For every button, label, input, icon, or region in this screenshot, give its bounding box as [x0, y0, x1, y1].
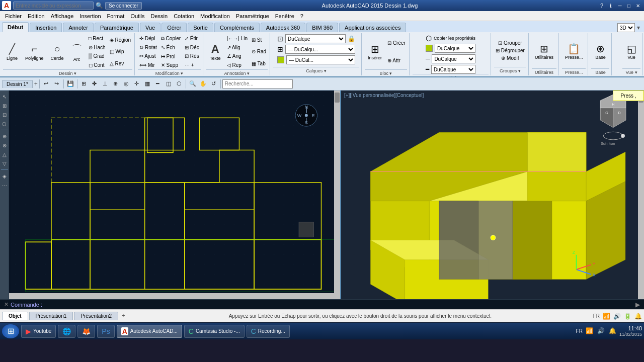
tool-prolonger[interactable]: ↦ Prol	[159, 53, 182, 60]
menu-fichier[interactable]: Fichier	[2, 11, 25, 21]
calques-lock-icon[interactable]: 🔒	[348, 35, 355, 42]
network-sys-icon[interactable]: 📶	[585, 326, 594, 335]
ribbon-prop-label[interactable]: Propriétés ▾	[413, 74, 489, 77]
orbit-icon[interactable]: ↺	[209, 79, 219, 89]
tab-debut[interactable]: Début	[2, 22, 29, 32]
taskbar-firefox[interactable]: 🦊	[77, 325, 95, 338]
tool-rotation[interactable]: ↻ Rotat	[138, 44, 158, 51]
tool-cercle[interactable]: ○ Cercle	[48, 35, 67, 69]
tool-tableau[interactable]: ▦ Tab	[250, 60, 268, 67]
app-icon[interactable]: A	[2, 1, 11, 10]
ortho-icon[interactable]: ⊥	[100, 79, 110, 89]
tool-style-cote[interactable]: ⊞ St	[250, 37, 268, 43]
help-icon[interactable]: ?	[598, 2, 606, 9]
left-tool-3[interactable]: ⬡	[1, 120, 9, 128]
tool-utilitaires[interactable]: ⊞ Utilitaires	[532, 34, 556, 68]
tool-ajuster[interactable]: ✂ Ajust	[138, 53, 158, 59]
viewport-2d[interactable]: N S E W	[9, 90, 341, 299]
tab-vue[interactable]: Vue	[140, 23, 160, 32]
tool-revision[interactable]: △ Rev	[108, 60, 132, 67]
left-tool-5[interactable]: ⊗	[1, 141, 9, 149]
ribbon-util-label[interactable]: Utilitaires	[532, 68, 556, 76]
ribbon-annot-label[interactable]: Annotation ▾	[206, 69, 268, 77]
search-icon[interactable]: 🔍	[96, 2, 103, 9]
menu-fenetre[interactable]: Fenêtre	[272, 11, 297, 21]
clock[interactable]: 11:40 11/02/2015	[619, 325, 642, 338]
tool-reseau[interactable]: ⊡ Rés	[183, 53, 201, 59]
ribbon-base-label[interactable]: Base	[591, 68, 609, 76]
tool-rectangle[interactable]: □ Rect	[87, 35, 107, 42]
tab-autodesk360[interactable]: Autodesk 360	[261, 23, 305, 32]
tool-hachure[interactable]: ⊘ Hach	[87, 44, 107, 51]
otrack-icon[interactable]: ✛	[132, 79, 142, 89]
sound-sys-icon[interactable]: 🔊	[596, 326, 606, 335]
tool-repere[interactable]: ◁ Rep	[225, 62, 249, 68]
menu-parametrique[interactable]: Paramétrique	[233, 11, 272, 21]
search-input[interactable]	[13, 2, 94, 10]
tool-plus[interactable]: ⋯ +	[183, 62, 201, 68]
tool-decaler[interactable]: ⊞ Déc	[183, 44, 201, 51]
left-tool-2[interactable]: ⊡	[1, 111, 9, 119]
tool-degrouper[interactable]: ⊞ Dégrouper	[494, 47, 526, 54]
tab-annoter[interactable]: Annoter	[63, 23, 94, 32]
left-tool-7[interactable]: ▽	[1, 159, 9, 167]
taskbar-browser[interactable]: 🌐	[58, 325, 75, 338]
layer-selector[interactable]: DuCalque	[285, 34, 346, 43]
tool-grouper[interactable]: ⊡ Grouper	[497, 40, 523, 46]
new-tab-icon[interactable]: +	[34, 80, 38, 87]
layer-props-selector[interactable]: — DuCalqu...	[285, 45, 355, 54]
lang-sys[interactable]: FR	[576, 328, 583, 334]
menu-cotation[interactable]: Cotation	[171, 11, 197, 21]
osnap-icon[interactable]: ◎	[121, 79, 131, 89]
menu-modification[interactable]: Modification	[197, 11, 233, 21]
ribbon-grp-label[interactable]: Groupes ▾	[494, 67, 526, 74]
menu-dessin[interactable]: Dessin	[148, 11, 171, 21]
tab-bim360[interactable]: BIM 360	[306, 23, 338, 32]
tool-ligne[interactable]: ╱ Ligne	[3, 35, 21, 69]
notif-sys-icon[interactable]: 🔔	[608, 326, 617, 335]
redo-button[interactable]: ↪	[52, 79, 62, 89]
taskbar-autocad[interactable]: A Autodesk AutoCAD...	[117, 325, 182, 338]
menu-edition[interactable]: Edition	[25, 11, 48, 21]
tool-attr-def[interactable]: ⊕ Attr	[386, 57, 407, 64]
snap-grid-icon[interactable]: ⊞	[79, 79, 89, 89]
tab-objet[interactable]: Objet	[2, 312, 28, 320]
ribbon-vue-label[interactable]: Vue ▾	[622, 68, 640, 76]
tool-etirer[interactable]: ⤢ Étir	[183, 35, 201, 42]
taskbar-photoshop[interactable]: Ps	[97, 325, 114, 338]
command-input[interactable]	[44, 302, 635, 308]
tab-parametrique[interactable]: Paramétrique	[95, 23, 139, 32]
tab-gerer[interactable]: Gérer	[162, 23, 187, 32]
tool-cote-align[interactable]: ↗ Alig	[225, 44, 249, 51]
tab-presentation1[interactable]: Présentation1	[29, 312, 73, 320]
viewport-3d[interactable]: [+][|Vue personnalisée][Conceptuel] Pres…	[341, 90, 644, 299]
tool-polyligne[interactable]: ⌐ Polyligne	[22, 35, 47, 69]
menu-format[interactable]: Format	[104, 11, 128, 21]
tool-vue[interactable]: ◱ Vue	[622, 34, 640, 68]
undo-button[interactable]: ↩	[41, 79, 51, 89]
tab-complements[interactable]: Compléments	[214, 23, 260, 32]
tool-creer-bloc[interactable]: ⊡ Créer	[386, 40, 407, 46]
tab-drawing[interactable]: Dessin 1*	[2, 80, 33, 88]
left-tool-8[interactable]: ◈	[1, 172, 9, 180]
dynin-icon[interactable]: ▦	[142, 79, 152, 89]
prop-lineweight-selector[interactable]: DuCalque	[431, 65, 475, 74]
polar-icon[interactable]: ⊕	[111, 79, 121, 89]
left-tool-6[interactable]: △	[1, 150, 9, 158]
ribbon-mod-label[interactable]: Modification ▾	[138, 69, 201, 77]
tab-applications[interactable]: Applications associées	[339, 23, 406, 32]
menu-outils[interactable]: Outils	[127, 11, 147, 21]
info-icon[interactable]: ℹ	[607, 2, 615, 9]
zoom-icon[interactable]: 🔍	[188, 79, 198, 89]
tab-add-icon[interactable]: +	[119, 312, 127, 320]
select-icon[interactable]: ⬡	[174, 79, 184, 89]
tool-cote-lin[interactable]: |←→| Lin	[225, 35, 249, 42]
close-button[interactable]: ✕	[634, 2, 642, 9]
tool-arc[interactable]: ⌒ Arc	[68, 35, 86, 69]
tool-copier[interactable]: ⧉ Copier	[159, 35, 182, 42]
connect-button[interactable]: Se connecter	[105, 2, 142, 10]
ribbon-dessin-label[interactable]: Dessin ▾	[3, 69, 132, 77]
left-tool-4[interactable]: ⊕	[1, 132, 9, 140]
tool-wipeout[interactable]: ◫ Wip	[108, 48, 132, 55]
ribbon-collapse-icon[interactable]: ▾	[637, 24, 640, 31]
